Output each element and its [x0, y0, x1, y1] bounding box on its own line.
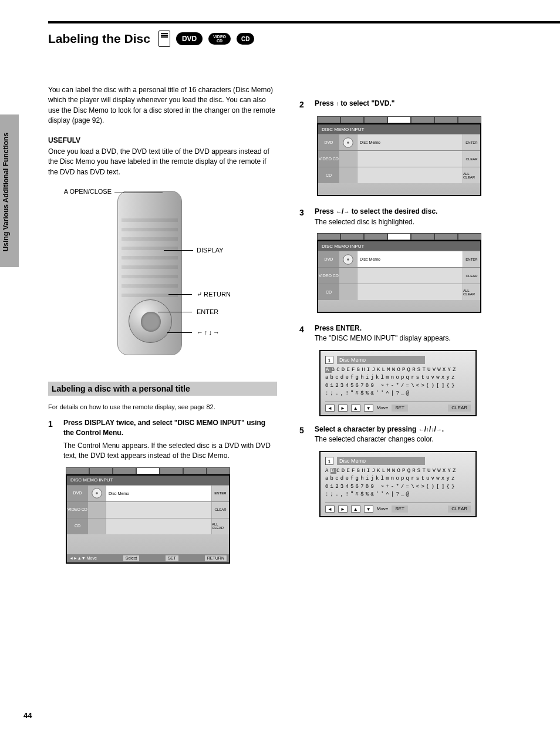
memo-side-allclear: ALL CLEAR [211, 518, 229, 534]
charpad-display-1: 1 Disc Memo ABCDEFGHIJKLMNOPQRSTUVWXYZ a… [319, 350, 477, 416]
row-label-cd: CD [67, 518, 88, 534]
arrow-up-icon: ↑ [204, 329, 208, 336]
step-number: 4 [299, 324, 309, 344]
right-column: 2 Press ↑ to select "DVD." DISC MEMO INP… [299, 99, 528, 525]
arrow-left-icon: ← [336, 208, 342, 215]
usefulv-text: Once you load a DVD, the DVD text title … [48, 147, 277, 177]
arrow-left-icon: ← [419, 426, 424, 433]
remote-label-open: A OPEN/CLOSE [47, 188, 112, 195]
remote-label-display: DISPLAY [197, 247, 224, 254]
disc-memo-display-1: DISC MEMO INPUT DVD Disc Memo ENTER VIDE… [66, 467, 230, 564]
svg-point-3 [347, 141, 349, 144]
step-5-note: The selected character changes color. [315, 434, 528, 444]
charpad-grid: ABCDEFGHIJKLMNOPQRSTUVWXYZ abcdefghijklm… [325, 366, 471, 398]
intro-block: You can label the disc with a personal t… [48, 85, 277, 177]
video-cd-badge: VIDEO CD [208, 33, 231, 45]
charpad-field: Disc Memo [337, 356, 425, 364]
side-category-text: Using Various Additional Functions [2, 116, 10, 268]
arrow-up-icon: ↑ [336, 100, 339, 107]
step-1-text: Press DISPLAY twice, and select "DISC ME… [63, 418, 277, 439]
arrow-up-icon: ↑ [426, 426, 429, 433]
charpad-index-box: 1 [325, 356, 333, 364]
svg-point-5 [347, 258, 349, 261]
arrow-down-icon: ↓ [431, 426, 434, 433]
remote-label-enter: ENTER [197, 308, 218, 315]
step-4-text: Press ENTER. [315, 324, 528, 333]
side-category-tab: Using Various Additional Functions [0, 114, 19, 267]
remote-label-arrows: ← ↑ ↓ → [197, 329, 220, 336]
video-cd-badge-bottom: CD [217, 39, 222, 43]
step-5: 5 Select a character by pressing ←/↑/↓/→… [299, 424, 528, 445]
remote-compatible-icon [158, 31, 170, 47]
arrow-left-icon: ← [197, 329, 203, 336]
dvd-badge: DVD [176, 32, 203, 45]
arrow-down-icon: ↓ [209, 329, 212, 336]
remote-label-return: ⤶ RETURN [197, 291, 231, 298]
disc-thumb-icon [88, 486, 106, 501]
memo-side-clear: CLEAR [211, 502, 229, 518]
subsection-title: Labeling a disc with a personal title [48, 382, 277, 396]
step-3-note: The selected disc is highlighted. [315, 217, 528, 227]
left-column: Labeling a disc with a personal title Fo… [48, 382, 277, 574]
usefulv-title: USEFULV [48, 136, 277, 146]
arrow-right-icon: → [213, 329, 220, 336]
video-cd-badge-top: VIDEO [213, 35, 226, 39]
step-3-text: Press ←/→ to select the desired disc. [315, 207, 437, 215]
page-number: 44 [23, 711, 32, 720]
step-number: 3 [299, 207, 309, 227]
intro-text: You can label the disc with a personal t… [48, 85, 277, 126]
disc-memo-display-2: DISC MEMO INPUT DVD Disc Memo ENTER VIDE… [317, 116, 481, 196]
arrow-right-icon: → [436, 426, 442, 433]
section-note: For details on how to use the remote dis… [48, 403, 277, 412]
cd-badge: CD [237, 33, 254, 45]
step-1: 1 Press DISPLAY twice, and select "DISC … [48, 418, 277, 461]
step-number: 2 [299, 99, 309, 110]
svg-point-1 [96, 492, 98, 494]
jog-dial-icon [129, 299, 172, 343]
step-1-note: The Control Menu appears. If the selecte… [63, 441, 277, 461]
page-title: Labeling the Disc [48, 32, 150, 46]
step-5-text: Select a character by pressing ←/↑/↓/→. [315, 425, 444, 433]
memo-field: Disc Memo [106, 486, 211, 501]
memo-header-title: DISC MEMO INPUT [70, 477, 113, 483]
step-number: 1 [48, 418, 58, 461]
remote-diagram: A OPEN/CLOSE DISPLAY ⤶ RETURN ENTER ← ↑ … [117, 191, 200, 361]
memo-side-enter: ENTER [211, 486, 229, 501]
row-label-dvd: DVD [67, 486, 88, 501]
step-number: 5 [299, 424, 309, 445]
step-4: 4 Press ENTER. The "DISC MEMO INPUT" dis… [299, 324, 528, 344]
arrow-right-icon: → [343, 208, 349, 215]
charpad-display-2: 1 Disc Memo ABCDEFGHIJKLMNOPQRSTUVWXYZ a… [319, 451, 477, 517]
top-rule [48, 21, 560, 23]
step-2-text: Press ↑ to select "DVD." [315, 99, 394, 107]
disc-memo-display-3: DISC MEMO INPUT DVD Disc Memo ENTER VIDE… [317, 233, 481, 313]
step-2: 2 Press ↑ to select "DVD." [299, 99, 528, 110]
remote-body-icon [117, 191, 182, 355]
charpad-grid-2: ABCDEFGHIJKLMNOPQRSTUVWXYZ abcdefghijklm… [325, 467, 471, 499]
step-4-note: The "DISC MEMO INPUT" display appears. [315, 333, 528, 343]
title-row: Labeling the Disc DVD VIDEO CD CD [48, 31, 254, 47]
row-label-vcd: VIDEO CD [67, 502, 88, 518]
step-3: 3 Press ←/→ to select the desired disc. … [299, 207, 528, 227]
